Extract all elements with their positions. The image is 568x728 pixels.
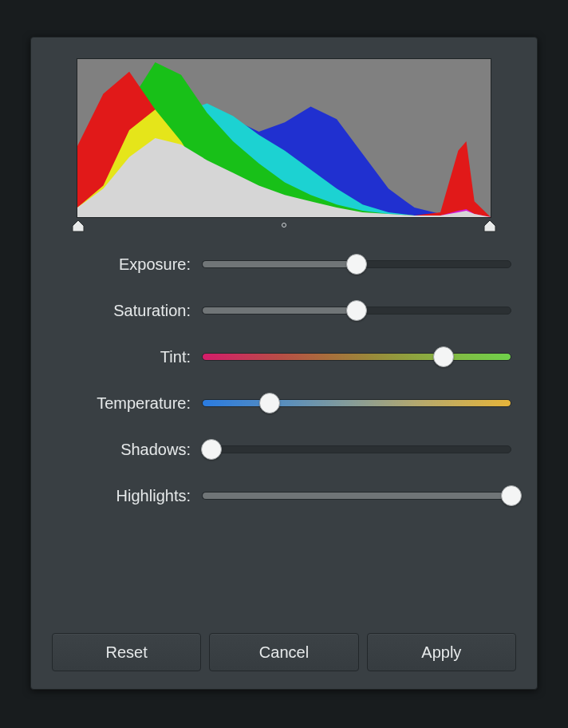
shadows-track	[202, 445, 511, 453]
temperature-slider-row: Temperature:	[57, 394, 511, 413]
shadows-slider-row: Shadows:	[57, 440, 511, 459]
shadows-thumb[interactable]	[201, 439, 222, 460]
highlights-label: Highlights:	[57, 487, 192, 505]
temperature-track	[202, 399, 511, 407]
histogram-right-handle-icon[interactable]	[483, 220, 496, 232]
sliders-group: Exposure:Saturation:Tint:Temperature:Sha…	[52, 255, 516, 505]
shadows-label: Shadows:	[57, 441, 192, 459]
cancel-button[interactable]: Cancel	[209, 633, 358, 671]
exposure-slider[interactable]	[202, 255, 511, 274]
tint-slider[interactable]	[202, 347, 511, 366]
exposure-slider-row: Exposure:	[57, 255, 511, 274]
saturation-thumb[interactable]	[346, 300, 367, 321]
saturation-track-fill	[202, 307, 357, 315]
histogram-mid-handle-icon[interactable]	[282, 223, 286, 228]
saturation-slider-row: Saturation:	[57, 301, 511, 320]
color-adjust-panel: Exposure:Saturation:Tint:Temperature:Sha…	[30, 37, 538, 690]
highlights-thumb[interactable]	[501, 485, 522, 506]
temperature-thumb[interactable]	[259, 393, 280, 413]
histogram-section	[77, 58, 491, 237]
tint-track	[202, 353, 511, 361]
exposure-label: Exposure:	[57, 255, 192, 274]
highlights-slider[interactable]	[202, 486, 511, 505]
exposure-track-fill	[202, 260, 357, 268]
window-backdrop: Exposure:Saturation:Tint:Temperature:Sha…	[0, 0, 568, 728]
tint-thumb[interactable]	[433, 346, 454, 367]
temperature-slider[interactable]	[202, 394, 511, 413]
saturation-label: Saturation:	[57, 302, 192, 320]
reset-button[interactable]: Reset	[52, 633, 201, 671]
tint-slider-row: Tint:	[57, 347, 511, 366]
saturation-slider[interactable]	[202, 301, 511, 320]
exposure-thumb[interactable]	[346, 254, 367, 275]
histogram-chart	[77, 58, 491, 218]
apply-button[interactable]: Apply	[367, 633, 516, 671]
histogram-handle-row	[77, 220, 491, 237]
highlights-slider-row: Highlights:	[57, 486, 511, 505]
highlights-track-fill	[202, 492, 511, 500]
button-row: Reset Cancel Apply	[52, 609, 516, 671]
histogram-left-handle-icon[interactable]	[72, 220, 85, 232]
temperature-label: Temperature:	[57, 394, 192, 413]
tint-label: Tint:	[57, 348, 192, 366]
shadows-slider[interactable]	[202, 440, 511, 459]
